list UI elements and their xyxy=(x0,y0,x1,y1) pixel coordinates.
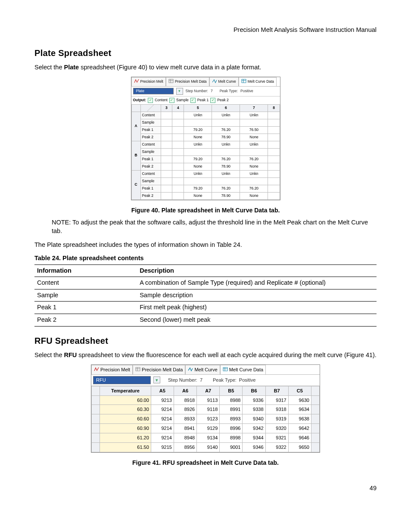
cell[interactable]: Unkn xyxy=(212,141,240,148)
cell[interactable]: 8988 xyxy=(220,395,243,405)
cell[interactable]: 76.20 xyxy=(212,156,240,163)
cell[interactable] xyxy=(184,177,212,185)
tab-melt-curve-data[interactable]: Melt Curve Data xyxy=(239,77,277,86)
cell[interactable]: 9634 xyxy=(288,405,311,414)
cell[interactable]: 8918 xyxy=(174,395,196,405)
plate-grid[interactable]: 345678AContentUnknUnknUnknSamplePeak 179… xyxy=(131,104,280,200)
cell[interactable] xyxy=(172,126,184,134)
cell[interactable] xyxy=(161,170,172,177)
cell[interactable]: 8926 xyxy=(174,405,196,414)
cell[interactable]: 76.20 xyxy=(240,185,268,192)
cell[interactable]: 79.20 xyxy=(184,126,212,134)
chevron-down-icon[interactable]: ▾ xyxy=(176,88,183,95)
cell[interactable]: 9123 xyxy=(197,414,220,424)
cell[interactable] xyxy=(212,177,240,185)
cell[interactable]: None xyxy=(240,163,268,170)
cell[interactable]: 9650 xyxy=(288,442,311,452)
cell[interactable]: 76.50 xyxy=(240,126,268,134)
cell[interactable]: Unkn xyxy=(212,170,240,177)
cell[interactable] xyxy=(268,141,280,148)
checkbox-content[interactable]: ✓ xyxy=(148,98,153,103)
cell[interactable] xyxy=(161,119,172,126)
cell[interactable] xyxy=(161,126,172,134)
checkbox-peak2[interactable]: ✓ xyxy=(210,98,215,103)
cell[interactable]: 9134 xyxy=(197,433,220,443)
cell[interactable] xyxy=(268,126,280,134)
cell[interactable]: 61.20 xyxy=(100,433,151,443)
cell[interactable]: 8948 xyxy=(174,433,196,443)
cell[interactable]: 8933 xyxy=(174,414,196,424)
cell[interactable]: 9317 xyxy=(265,395,288,405)
cell[interactable] xyxy=(240,119,268,126)
cell[interactable] xyxy=(268,163,280,170)
cell[interactable]: 8956 xyxy=(174,442,196,452)
cell[interactable] xyxy=(161,134,172,141)
cell[interactable] xyxy=(172,192,184,199)
cell[interactable]: 76.20 xyxy=(212,126,240,134)
cell[interactable] xyxy=(268,185,280,192)
cell[interactable]: 9140 xyxy=(197,442,220,452)
cell[interactable] xyxy=(184,119,212,126)
cell[interactable] xyxy=(172,156,184,163)
tab-melt-curve-data[interactable]: Melt Curve Data xyxy=(220,365,266,374)
cell[interactable]: Unkn xyxy=(184,112,212,119)
cell[interactable]: 60.00 xyxy=(100,395,151,405)
tab-melt-curve[interactable]: Melt Curve xyxy=(185,365,220,374)
cell[interactable]: 8993 xyxy=(220,414,243,424)
cell[interactable]: 60.30 xyxy=(100,405,151,414)
cell[interactable] xyxy=(268,134,280,141)
spreadsheet-selector[interactable]: Plate xyxy=(133,88,174,94)
cell[interactable] xyxy=(268,170,280,177)
cell[interactable]: 79.20 xyxy=(184,185,212,192)
cell[interactable]: 9214 xyxy=(151,414,174,424)
cell[interactable]: 8996 xyxy=(220,424,243,433)
cell[interactable] xyxy=(212,148,240,156)
cell[interactable]: 9320 xyxy=(265,424,288,433)
cell[interactable] xyxy=(240,148,268,156)
cell[interactable] xyxy=(268,112,280,119)
tab-precision-melt[interactable]: Precision Melt xyxy=(131,77,166,86)
cell[interactable]: 76.20 xyxy=(212,185,240,192)
cell[interactable] xyxy=(268,148,280,156)
checkbox-sample[interactable]: ✓ xyxy=(169,98,174,103)
cell[interactable] xyxy=(172,134,184,141)
tab-precision-melt[interactable]: Precision Melt xyxy=(91,365,133,374)
cell[interactable]: Unkn xyxy=(240,170,268,177)
cell[interactable] xyxy=(161,177,172,185)
cell[interactable]: Unkn xyxy=(184,141,212,148)
cell[interactable]: 9342 xyxy=(243,424,265,433)
chevron-down-icon[interactable]: ▾ xyxy=(153,376,160,383)
cell[interactable]: 9346 xyxy=(243,442,265,452)
cell[interactable] xyxy=(161,156,172,163)
cell[interactable]: 9336 xyxy=(243,395,265,405)
cell[interactable]: 9638 xyxy=(288,414,311,424)
cell[interactable] xyxy=(268,156,280,163)
cell[interactable]: 9214 xyxy=(151,424,174,433)
cell[interactable]: 9213 xyxy=(151,395,174,405)
cell[interactable]: 9118 xyxy=(197,405,220,414)
cell[interactable] xyxy=(172,141,184,148)
cell[interactable]: 61.50 xyxy=(100,442,151,452)
cell[interactable]: 8941 xyxy=(174,424,196,433)
cell[interactable]: 9214 xyxy=(151,433,174,443)
cell[interactable]: 78.90 xyxy=(212,192,240,199)
cell[interactable]: Unkn xyxy=(212,112,240,119)
cell[interactable]: 60.90 xyxy=(100,424,151,433)
cell[interactable] xyxy=(268,192,280,199)
cell[interactable] xyxy=(212,119,240,126)
cell[interactable]: None xyxy=(240,134,268,141)
cell[interactable]: 9214 xyxy=(151,405,174,414)
cell[interactable]: 76.20 xyxy=(240,156,268,163)
tab-precision-melt-data[interactable]: Precision Melt Data xyxy=(166,77,209,86)
cell[interactable]: 9344 xyxy=(243,433,265,443)
cell[interactable] xyxy=(172,163,184,170)
cell[interactable] xyxy=(172,185,184,192)
cell[interactable]: 8998 xyxy=(220,433,243,443)
cell[interactable]: 78.90 xyxy=(212,134,240,141)
cell[interactable]: Unkn xyxy=(240,141,268,148)
cell[interactable]: 9319 xyxy=(265,414,288,424)
cell[interactable]: Unkn xyxy=(240,112,268,119)
cell[interactable]: None xyxy=(184,163,212,170)
cell[interactable]: 60.60 xyxy=(100,414,151,424)
cell[interactable] xyxy=(161,192,172,199)
